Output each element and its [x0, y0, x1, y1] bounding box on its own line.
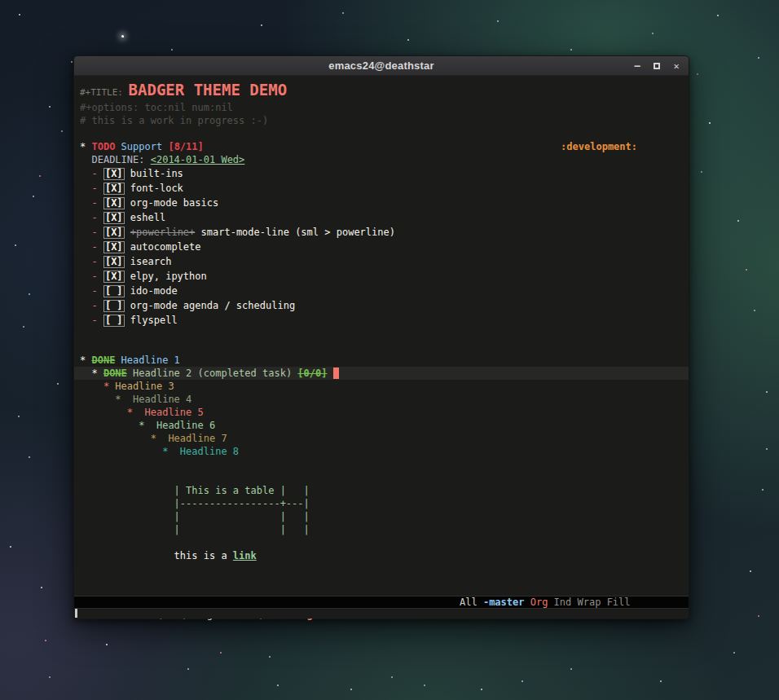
seg-fg: [80, 550, 174, 561]
seg-redstat: [8/11]: [168, 141, 203, 152]
org-checkbox: [X]: [103, 168, 125, 180]
buffer-line[interactable]: [74, 341, 689, 354]
buffer-line[interactable]: * Headline 7: [74, 432, 689, 445]
seg-table: |-----------------+---|: [174, 498, 310, 509]
close-button[interactable]: ✕: [671, 59, 682, 73]
buffer-line[interactable]: this is a link: [74, 549, 689, 562]
seg-hl8: Headline 8: [180, 446, 239, 457]
buffer-line[interactable]: [74, 328, 689, 341]
bright-star: [121, 35, 124, 37]
seg-dim: # this is a work in progress :-): [80, 115, 268, 126]
buffer-line[interactable]: | This is a table | |: [74, 484, 689, 497]
buffer-line[interactable]: - [X] eshell: [74, 210, 689, 225]
org-checkbox: [ ]: [103, 285, 125, 297]
org-date-link[interactable]: <2014-01-01 Wed>: [151, 154, 245, 165]
seg-fg: [80, 241, 91, 253]
buffer-line[interactable]: - [X] elpy, ipython: [74, 269, 689, 284]
org-checkbox: [X]: [103, 227, 125, 239]
org-link[interactable]: link: [233, 550, 257, 561]
echo-area[interactable]: [74, 609, 689, 619]
seg-dash: -: [91, 241, 103, 253]
seg-fg: [80, 183, 91, 194]
buffer-line[interactable]: - [ ] org-mode agenda / scheduling: [74, 298, 689, 313]
ml-ml-all: All: [460, 597, 483, 608]
seg-hl5: *: [127, 407, 145, 418]
seg-hl8: *: [162, 446, 180, 457]
buffer-line[interactable]: * DONE Headline 2 (completed task) [0/0]: [74, 367, 689, 380]
seg-hl3: Headline 3: [115, 381, 174, 392]
seg-fg: [80, 271, 91, 282]
seg-fg: isearch: [125, 256, 172, 267]
buffer-line[interactable]: - [X] +powerline+ smart-mode-line (sml >…: [74, 225, 689, 240]
seg-fg: [80, 407, 127, 418]
buffer-line[interactable]: [74, 471, 689, 484]
org-checkbox: [X]: [103, 241, 125, 253]
seg-dim: #+options: toc:nil num:nil: [80, 102, 233, 113]
seg-fg: *: [80, 368, 103, 379]
buffer-line[interactable]: * TODO Support [8/11]:development:: [74, 140, 689, 153]
seg-hl5: Headline 5: [144, 407, 203, 418]
seg-hl2: Headline 2 (completed task): [133, 368, 292, 379]
buffer-line[interactable]: * Headline 4: [74, 393, 689, 406]
buffer-line[interactable]: * DONE Headline 1: [74, 354, 689, 367]
seg-fg: [80, 315, 91, 326]
buffer-line[interactable]: [74, 536, 689, 549]
seg-meta: #+TITLE:: [80, 87, 129, 98]
buffer-line[interactable]: * Headline 3: [74, 380, 689, 393]
buffer-line[interactable]: - [ ] flyspell: [74, 313, 689, 328]
seg-fg: [80, 381, 103, 392]
seg-fg: org-mode agenda / scheduling: [125, 300, 296, 311]
seg-fg: [80, 485, 174, 496]
buffer-line[interactable]: * Headline 8: [74, 445, 689, 458]
buffer-line[interactable]: | | |: [74, 523, 689, 536]
seg-special: DEADLINE:: [91, 154, 144, 165]
buffer-line[interactable]: |-----------------+---|: [74, 497, 689, 510]
seg-fg: smart-mode-line (sml > powerline): [195, 227, 395, 238]
buffer-line[interactable]: [74, 458, 689, 471]
seg-fg: [80, 197, 91, 209]
buffer-line[interactable]: - [ ] ido-mode: [74, 284, 689, 298]
seg-fg: font-lock: [125, 183, 183, 194]
buffer-line[interactable]: - [X] org-mode basics: [74, 196, 689, 210]
seg-dash: -: [91, 315, 103, 326]
mode-line[interactable]: 21:42 x ~/dev/badger-theme/demo.orgAll -…: [74, 596, 689, 609]
buffer-line[interactable]: - [X] isearch: [74, 254, 689, 269]
seg-hl4: Headline 4: [133, 394, 191, 405]
seg-fg: [144, 154, 150, 165]
seg-hl4: *: [115, 394, 133, 405]
buffer-line[interactable]: * Headline 6: [74, 419, 689, 432]
starfield-cyan: [0, 0, 2, 2]
seg-dash: -: [91, 300, 103, 311]
seg-fg: [80, 300, 91, 311]
editor-buffer[interactable]: #+TITLE: BADGER THEME DEMO#+options: toc…: [74, 76, 689, 596]
ml-ml-org: Org: [530, 597, 554, 608]
buffer-line[interactable]: #+TITLE: BADGER THEME DEMO: [74, 79, 689, 101]
seg-table: | This is a table | |: [174, 485, 310, 496]
resize-grip[interactable]: [75, 609, 77, 618]
org-checkbox: [X]: [103, 212, 125, 224]
seg-fg: [80, 285, 91, 297]
buffer-line[interactable]: #+options: toc:nil num:nil: [74, 101, 689, 114]
seg-table: | | |: [174, 511, 310, 522]
buffer-line[interactable]: - [X] autocomplete: [74, 240, 689, 254]
buffer-line[interactable]: [74, 127, 689, 140]
buffer-line[interactable]: - [X] font-lock: [74, 181, 689, 196]
org-checkbox: [X]: [103, 183, 125, 195]
minimize-button[interactable]: –: [632, 59, 643, 73]
window-title: emacs24@deathstar: [74, 59, 689, 72]
buffer-line[interactable]: | | |: [74, 510, 689, 523]
maximize-button[interactable]: [651, 59, 662, 73]
seg-hl7: *: [151, 433, 169, 444]
seg-dash: -: [91, 227, 103, 238]
buffer-line[interactable]: - [X] built-ins: [74, 166, 689, 181]
titlebar[interactable]: emacs24@deathstar – ✕: [74, 56, 689, 76]
buffer-line[interactable]: # this is a work in progress :-): [74, 114, 689, 127]
org-checkbox: [ ]: [103, 315, 125, 327]
seg-fg: *: [80, 141, 91, 152]
buffer-line[interactable]: DEADLINE: <2014-01-01 Wed>: [74, 153, 689, 166]
buffer-line[interactable]: * Headline 5: [74, 406, 689, 419]
seg-fg: [80, 420, 139, 431]
seg-fg: [80, 168, 91, 179]
seg-dash: -: [91, 168, 103, 179]
seg-fg: [327, 368, 332, 379]
